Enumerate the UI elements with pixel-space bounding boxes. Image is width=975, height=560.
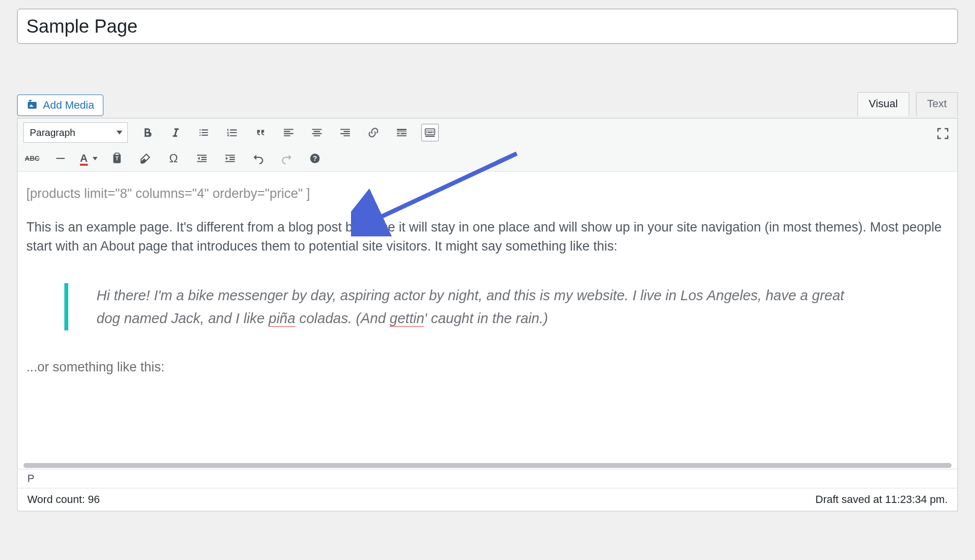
paragraph-outro: ...or something like this: (26, 358, 949, 377)
svg-rect-2 (56, 158, 64, 159)
spellcheck-word-gettin: gettin (390, 310, 424, 327)
svg-text:T: T (116, 155, 119, 161)
svg-point-0 (30, 103, 31, 105)
redo-button[interactable] (278, 150, 295, 167)
paragraph-1: This is an example page. It's different … (26, 218, 949, 256)
editor-content[interactable]: [products limit="8" columns="4" orderby=… (18, 172, 957, 459)
tab-text[interactable]: Text (916, 92, 958, 116)
insert-more-button[interactable] (393, 124, 410, 141)
element-path[interactable]: P (18, 469, 957, 488)
align-left-button[interactable] (280, 124, 297, 141)
indent-button[interactable] (221, 150, 239, 167)
align-right-button[interactable] (336, 124, 354, 141)
link-button[interactable] (365, 124, 382, 141)
status-bar: Word count: 96 Draft saved at 11:23:34 p… (18, 488, 957, 511)
align-center-button[interactable] (308, 124, 326, 141)
strikethrough-icon: ABC (25, 154, 39, 162)
add-media-label: Add Media (43, 99, 94, 112)
chevron-down-icon (117, 131, 122, 135)
editor-toolbar: Paragraph (18, 118, 957, 172)
toolbar-toggle-button[interactable] (421, 124, 439, 141)
strikethrough-button[interactable]: ABC (23, 150, 41, 167)
chevron-down-icon (93, 157, 98, 160)
horizontal-rule-button[interactable] (52, 150, 69, 167)
italic-button[interactable] (167, 124, 184, 141)
text-color-icon: A (80, 152, 88, 165)
fullscreen-button[interactable] (934, 125, 952, 142)
horizontal-scrollbar[interactable] (23, 463, 952, 468)
bullet-list-button[interactable] (195, 124, 213, 141)
spellcheck-word-pina: piña (269, 310, 295, 327)
undo-button[interactable] (250, 150, 267, 167)
outdent-button[interactable] (193, 150, 211, 167)
format-selector[interactable]: Paragraph (23, 122, 128, 143)
svg-text:?: ? (313, 154, 317, 162)
bold-button[interactable] (138, 124, 156, 141)
clear-formatting-button[interactable] (136, 150, 154, 167)
text-color-button[interactable]: A (80, 150, 98, 167)
omega-icon: Ω (169, 152, 178, 165)
svg-rect-4 (115, 153, 119, 155)
help-button[interactable]: ? (306, 150, 324, 167)
paste-as-text-button[interactable]: T (108, 150, 126, 167)
format-selector-label: Paragraph (30, 127, 75, 138)
blockquote-button[interactable] (252, 124, 269, 141)
draft-saved: Draft saved at 11:23:34 pm. (816, 493, 948, 506)
shortcode-text: [products limit="8" columns="4" orderby=… (26, 184, 949, 203)
special-character-button[interactable]: Ω (165, 150, 182, 167)
page-title-input[interactable] (17, 9, 958, 44)
tab-visual[interactable]: Visual (858, 92, 909, 116)
media-icon (26, 99, 38, 111)
add-media-button[interactable]: Add Media (17, 95, 103, 116)
numbered-list-button[interactable] (223, 124, 241, 141)
blockquote: Hi there! I'm a bike messenger by day, a… (64, 283, 854, 330)
editor-container: Paragraph (17, 118, 958, 511)
word-count: Word count: 96 (27, 493, 100, 506)
svg-rect-1 (425, 129, 435, 135)
